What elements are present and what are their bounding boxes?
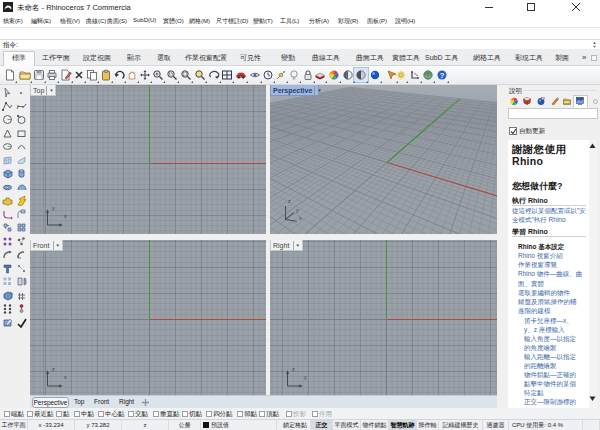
svg-text:?: ? <box>440 71 445 80</box>
